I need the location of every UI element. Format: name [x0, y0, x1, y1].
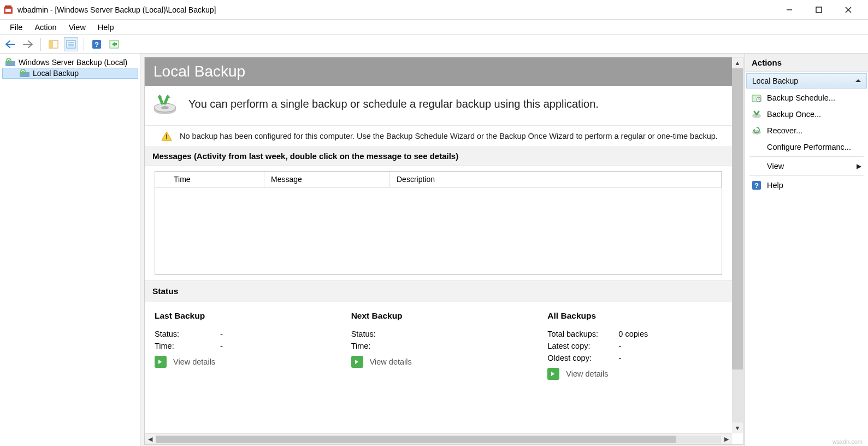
column-description[interactable]: Description	[390, 172, 722, 187]
server-backup-icon	[5, 58, 15, 67]
blank-icon	[752, 161, 761, 171]
svg-rect-1	[5, 5, 11, 8]
app-icon	[3, 5, 13, 15]
last-view-details-link[interactable]: View details	[155, 356, 329, 368]
next-backup-section: Next Backup Status: Time: View details	[351, 311, 526, 380]
toolbar: ?	[0, 35, 868, 54]
page-title: Local Backup	[145, 57, 732, 86]
toolbar-properties-button[interactable]	[64, 37, 78, 51]
actions-header: Actions	[745, 54, 868, 72]
backup-schedule-icon	[752, 93, 761, 103]
action-backup-once[interactable]: Backup Once...	[745, 106, 868, 122]
scroll-up-icon[interactable]: ▲	[732, 57, 743, 68]
arrow-right-icon	[155, 356, 167, 368]
collapse-icon	[855, 78, 861, 84]
action-label: Backup Schedule...	[767, 93, 835, 102]
total-backups-label: Total backups:	[547, 330, 607, 338]
last-status-value: -	[220, 330, 223, 338]
tree-node-label: Local Backup	[33, 69, 79, 78]
column-message[interactable]: Message	[264, 172, 390, 187]
menu-action[interactable]: Action	[29, 21, 62, 33]
main-panel: Local Backup You can perform a single ba…	[141, 54, 745, 446]
toolbar-export-button[interactable]	[107, 37, 121, 51]
scroll-thumb[interactable]	[156, 436, 676, 443]
actions-separator	[749, 175, 864, 176]
toolbar-divider	[40, 38, 41, 51]
toolbar-help-button[interactable]: ?	[90, 37, 104, 51]
backup-drive-icon	[152, 92, 178, 115]
intro-row: You can perform a single backup or sched…	[145, 86, 732, 126]
all-view-details-link[interactable]: View details	[547, 368, 722, 380]
svg-text:!: !	[166, 133, 168, 141]
messages-table-header: Time Message Description	[155, 172, 722, 187]
action-configure-performance[interactable]: Configure Performanc...	[745, 139, 868, 155]
scroll-track[interactable]	[732, 68, 743, 422]
action-help[interactable]: ? Help	[745, 177, 868, 193]
status-row: Last Backup Status:- Time:- View details…	[145, 302, 732, 391]
next-time-label: Time:	[351, 342, 406, 350]
help-icon: ?	[752, 180, 761, 190]
menu-help[interactable]: Help	[92, 21, 120, 33]
next-view-details-link[interactable]: View details	[351, 356, 526, 368]
recover-icon	[752, 126, 761, 136]
actions-group-label: Local Backup	[752, 77, 798, 85]
scroll-thumb[interactable]	[732, 68, 743, 369]
oldest-copy-value: -	[618, 354, 621, 362]
forward-button[interactable]	[21, 37, 35, 51]
next-backup-title: Next Backup	[351, 311, 526, 321]
navigation-tree: Windows Server Backup (Local) Local Back…	[0, 54, 141, 446]
action-recover[interactable]: Recover...	[745, 122, 868, 139]
watermark: wsxdn.com	[832, 438, 863, 445]
horizontal-scrollbar[interactable]: ◀ ▶	[145, 433, 732, 444]
total-backups-value: 0 copies	[618, 330, 648, 338]
tree-node-server-backup[interactable]: Windows Server Backup (Local)	[2, 57, 138, 68]
back-button[interactable]	[3, 37, 17, 51]
backup-once-icon	[752, 109, 761, 119]
menu-file[interactable]: File	[4, 21, 28, 33]
view-details-label: View details	[566, 369, 608, 378]
vertical-scrollbar[interactable]: ▲ ▼	[732, 57, 743, 433]
last-time-value: -	[220, 342, 223, 350]
messages-table[interactable]: Time Message Description	[155, 171, 722, 275]
tree-node-local-backup[interactable]: Local Backup	[2, 68, 138, 79]
maximize-button[interactable]	[811, 4, 826, 16]
local-backup-icon	[20, 69, 29, 78]
action-label: Help	[767, 181, 783, 190]
menu-view[interactable]: View	[63, 21, 91, 33]
warning-icon: !	[161, 131, 172, 141]
toolbar-show-hide-tree-button[interactable]	[46, 37, 61, 51]
scroll-left-icon[interactable]: ◀	[145, 435, 156, 444]
column-time[interactable]: Time	[155, 172, 264, 187]
titlebar: wbadmin - [Windows Server Backup (Local)…	[0, 0, 868, 20]
arrow-right-icon	[547, 368, 559, 380]
all-backups-title: All Backups	[547, 311, 722, 321]
svg-text:?: ?	[95, 40, 99, 49]
window-controls	[782, 4, 865, 16]
all-backups-section: All Backups Total backups:0 copies Lates…	[547, 311, 722, 380]
view-details-label: View details	[173, 357, 215, 366]
blank-icon	[752, 142, 761, 152]
scroll-track[interactable]	[156, 436, 721, 443]
action-view[interactable]: View ▶	[745, 158, 868, 174]
intro-text: You can perform a single backup or sched…	[188, 98, 599, 110]
action-backup-schedule[interactable]: Backup Schedule...	[745, 90, 868, 106]
action-label: Backup Once...	[767, 110, 821, 119]
messages-heading: Messages (Activity from last week, doubl…	[145, 146, 732, 166]
scroll-right-icon[interactable]: ▶	[721, 435, 732, 444]
main-panel-inner: Local Backup You can perform a single ba…	[144, 57, 743, 445]
warning-row: ! No backup has been configured for this…	[145, 126, 732, 146]
minimize-button[interactable]	[782, 4, 797, 16]
last-status-label: Status:	[155, 330, 209, 338]
tree-node-label: Windows Server Backup (Local)	[19, 58, 127, 67]
svg-rect-4	[816, 7, 822, 13]
close-button[interactable]	[841, 4, 856, 16]
svg-rect-8	[49, 40, 53, 48]
scroll-down-icon[interactable]: ▼	[732, 422, 743, 433]
oldest-copy-label: Oldest copy:	[547, 354, 607, 362]
content-area: Windows Server Backup (Local) Local Back…	[0, 54, 868, 446]
submenu-arrow-icon: ▶	[857, 162, 861, 170]
menubar: File Action View Help	[0, 20, 868, 35]
next-status-label: Status:	[351, 330, 406, 338]
actions-pane: Actions Local Backup Backup Schedule... …	[745, 54, 868, 446]
actions-group-header[interactable]: Local Backup	[746, 73, 867, 89]
